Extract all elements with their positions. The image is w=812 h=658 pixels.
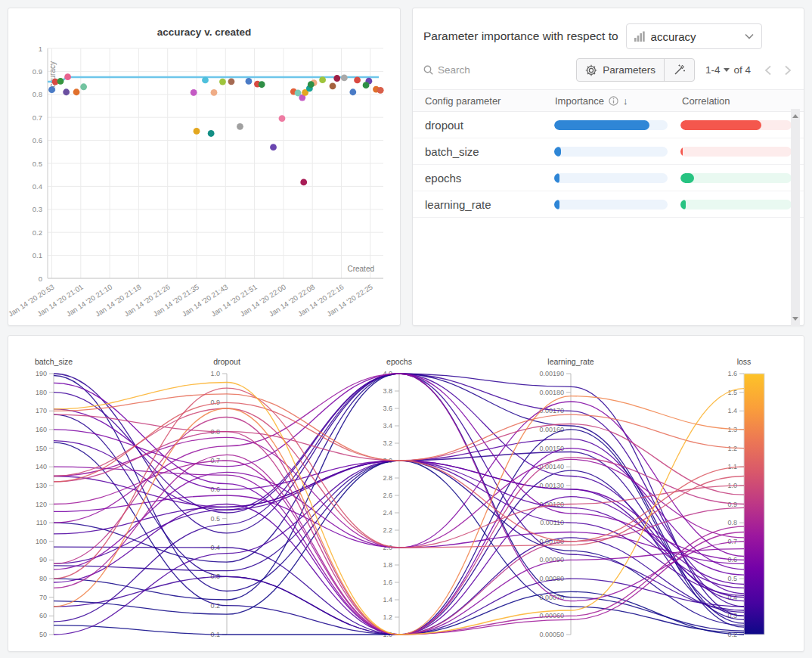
axis-title-batch_size[interactable]: batch_size bbox=[35, 357, 73, 366]
pagination-range-dropdown[interactable]: 1-4 bbox=[705, 64, 721, 76]
parallel-coordinates-chart[interactable]: batch_size506070809010011012013014015016… bbox=[8, 336, 804, 651]
scatter-point[interactable] bbox=[64, 73, 71, 80]
axis-tick-label: 110 bbox=[36, 519, 47, 526]
scatter-point[interactable] bbox=[211, 89, 218, 96]
axis-tick-label: 170 bbox=[36, 407, 47, 414]
axis-title-dropout[interactable]: dropout bbox=[213, 357, 240, 366]
y-tick-label: 0.7 bbox=[33, 113, 42, 122]
axis-tick-label: 150 bbox=[36, 445, 47, 452]
table-row[interactable]: dropout bbox=[413, 112, 804, 138]
search-box[interactable] bbox=[423, 64, 521, 76]
search-input[interactable] bbox=[438, 64, 521, 76]
axis-tick-label: 0.00180 bbox=[539, 389, 564, 396]
scatter-point[interactable] bbox=[319, 76, 326, 83]
scrollbar-up-icon[interactable] bbox=[792, 114, 798, 118]
axis-tick-label: 70 bbox=[39, 594, 47, 601]
scatter-point[interactable] bbox=[341, 75, 348, 82]
chevron-right-icon[interactable] bbox=[784, 65, 792, 76]
axis-title-loss[interactable]: loss bbox=[737, 357, 752, 366]
table-row[interactable]: batch_size bbox=[413, 138, 804, 165]
config-parameter-name: learning_rate bbox=[425, 198, 554, 211]
scatter-point[interactable] bbox=[333, 75, 340, 82]
table-row[interactable]: learning_rate bbox=[413, 191, 804, 218]
scatter-point[interactable] bbox=[57, 78, 64, 85]
magic-wand-button[interactable] bbox=[664, 59, 694, 81]
scatter-point[interactable] bbox=[300, 179, 307, 186]
axis-tick-label: 3.4 bbox=[383, 422, 392, 430]
metric-dropdown[interactable]: accuracy bbox=[626, 23, 762, 49]
axis-tick-label: 130 bbox=[36, 482, 47, 489]
scatter-point[interactable] bbox=[219, 79, 226, 85]
gear-icon bbox=[585, 64, 597, 76]
axis-tick-label: 50 bbox=[39, 631, 47, 638]
axis-tick-label: 190 bbox=[36, 370, 47, 377]
table-scrollbar[interactable] bbox=[791, 109, 800, 326]
scatter-point[interactable] bbox=[270, 144, 277, 151]
scatter-point[interactable] bbox=[237, 123, 243, 130]
importance-bar bbox=[554, 120, 649, 130]
scatter-point[interactable] bbox=[259, 81, 265, 88]
scatter-point[interactable] bbox=[279, 115, 286, 122]
importance-bar-track bbox=[554, 200, 668, 210]
axis-title-epochs[interactable]: epochs bbox=[386, 357, 412, 366]
config-parameter-name: batch_size bbox=[425, 145, 554, 158]
scatter-point[interactable] bbox=[246, 78, 253, 85]
y-tick-label: 1 bbox=[39, 45, 42, 53]
column-correlation[interactable]: Correlation bbox=[682, 95, 792, 107]
scatter-point[interactable] bbox=[308, 81, 315, 88]
axis-tick-label: 3.6 bbox=[383, 405, 392, 412]
bar-chart-icon bbox=[634, 31, 645, 42]
axis-tick-label: 0.00070 bbox=[539, 594, 564, 601]
scatter-point[interactable] bbox=[208, 130, 215, 137]
scatter-point[interactable] bbox=[354, 77, 361, 84]
correlation-bar-track bbox=[680, 120, 792, 130]
scatter-point[interactable] bbox=[330, 82, 336, 89]
info-icon[interactable] bbox=[609, 96, 618, 106]
scatter-point[interactable] bbox=[194, 128, 200, 135]
scatter-point[interactable] bbox=[202, 77, 209, 84]
scatter-point[interactable] bbox=[228, 78, 235, 85]
column-config-parameter[interactable]: Config parameter bbox=[425, 95, 555, 107]
chevron-left-icon[interactable] bbox=[764, 65, 772, 76]
correlation-bar-track bbox=[680, 173, 792, 183]
correlation-bar bbox=[680, 173, 694, 183]
pagination-total: of 4 bbox=[733, 64, 751, 76]
correlation-bar bbox=[680, 200, 686, 210]
axis-tick-label: 3.8 bbox=[383, 387, 392, 395]
axis-tick-label: 1.0 bbox=[210, 370, 220, 377]
scatter-chart[interactable]: 00.10.20.30.40.50.60.70.80.91Jan 14 '20 … bbox=[8, 8, 400, 325]
axis-tick-label: 1.2 bbox=[383, 613, 392, 621]
scatter-point[interactable] bbox=[48, 86, 55, 93]
scatter-point[interactable] bbox=[363, 82, 370, 88]
parameters-button[interactable]: Parameters bbox=[577, 59, 664, 81]
scatter-point[interactable] bbox=[73, 88, 80, 95]
axis-title-learning_rate[interactable]: learning_rate bbox=[547, 357, 594, 366]
axis-tick-label: 0.00150 bbox=[539, 445, 564, 452]
baseline-max-accuracy[interactable] bbox=[48, 77, 379, 82]
sort-descending-icon[interactable]: ↓ bbox=[623, 95, 628, 107]
scatter-point[interactable] bbox=[349, 88, 356, 95]
importance-bar bbox=[554, 173, 560, 183]
importance-bar-track bbox=[554, 120, 668, 130]
scatter-point[interactable] bbox=[63, 88, 70, 95]
scatter-point[interactable] bbox=[80, 83, 87, 90]
scrollbar-down-icon[interactable] bbox=[792, 317, 798, 321]
importance-table-body: dropoutbatch_sizeepochslearning_rate bbox=[413, 112, 804, 218]
pagination-caret-icon[interactable] bbox=[724, 68, 730, 72]
y-tick-label: 0.2 bbox=[33, 228, 42, 237]
scatter-point[interactable] bbox=[377, 87, 384, 94]
axis-tick-label: 100 bbox=[36, 538, 47, 545]
axis-tick-label: 0.00160 bbox=[539, 426, 564, 433]
scatter-plot-title: accuracy v. created bbox=[8, 26, 400, 38]
importance-bar-track bbox=[554, 147, 668, 157]
column-importance[interactable]: Importance bbox=[555, 95, 604, 107]
scatter-point[interactable] bbox=[191, 89, 197, 96]
y-tick-label: 0 bbox=[39, 275, 42, 283]
axis-tick-label: 140 bbox=[36, 463, 47, 470]
y-tick-label: 0.5 bbox=[33, 160, 42, 168]
config-parameter-name: epochs bbox=[425, 172, 554, 185]
correlation-bar-track bbox=[680, 147, 792, 157]
table-row[interactable]: epochs bbox=[413, 165, 804, 191]
config-parameter-name: dropout bbox=[425, 119, 554, 132]
parameters-button-label: Parameters bbox=[603, 64, 655, 76]
